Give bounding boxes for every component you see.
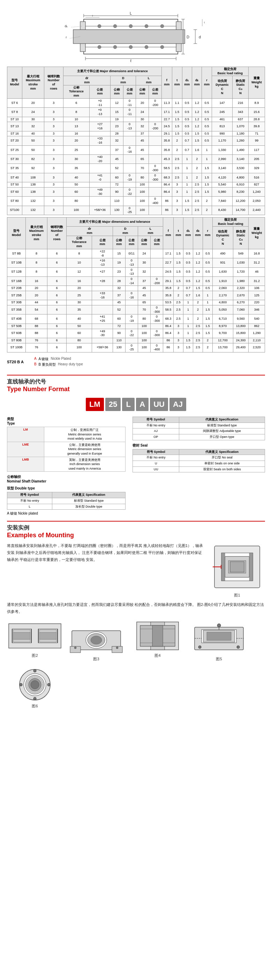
L-spec: 加长型 Double type — [52, 504, 125, 510]
note-A: A — [34, 356, 37, 361]
table2-row: ST 35B5463552700 -30058.52.5121.55,0507,… — [7, 305, 265, 315]
lme-row: LME 公制，主要是欧洲使用Metric dimension seriesgen… — [7, 442, 126, 457]
no-entry-spec: 标准型 Standard type — [52, 498, 125, 504]
table2-row: ST 12B8612+27230 -133224.51.50.51.20.51,… — [7, 267, 265, 277]
fig5-label: 图5 — [216, 657, 222, 662]
symbol-col: 符号 Symbol — [7, 492, 52, 498]
svg-text:f: f — [92, 14, 93, 18]
col-L: Lmm — [136, 76, 161, 85]
svg-point-14 — [161, 45, 164, 49]
lme-label: LME — [7, 442, 44, 457]
fig2-label: 图2 — [32, 653, 38, 658]
note-B-en: Heavy duty type — [58, 362, 83, 367]
col2-L-nom: 公称mm — [138, 235, 150, 249]
col2-weight: 重量Weightkg — [249, 218, 265, 249]
mounting-section: 安装实例 Examples of Mounting 将直线轴承安装到轴承座孔中，… — [7, 521, 265, 709]
fig4-label: 图4 — [154, 653, 161, 658]
col2-stroke: 最大行程Maximumstrokemm — [26, 218, 48, 249]
type-box-LM: LM — [86, 398, 104, 411]
mounting-title-cn: 安装实例 — [7, 524, 265, 532]
col2-f: fmm — [163, 218, 173, 249]
svg-rect-46 — [249, 553, 253, 581]
table1-row: ST 2050320+33 -16324535.820.71.50.51,170… — [7, 136, 265, 145]
figures-row: 图2 — [7, 620, 265, 709]
table1-row: ST 1030310193022.71.50.51.20.546163728.8 — [7, 117, 265, 122]
col2-d2: d₂mm — [193, 218, 203, 249]
svg-rect-45 — [221, 553, 225, 581]
sym-col1: 符号 Symbol — [133, 417, 179, 423]
L-sym: L — [7, 504, 52, 510]
svg-point-63 — [91, 636, 102, 644]
table2-row: ST 80B766801101008631.52.5212,70024,3002… — [7, 338, 265, 343]
col2-dr: drmm — [66, 227, 113, 235]
svg-point-82 — [237, 646, 240, 649]
col2-D-nom: 公称mm — [113, 235, 125, 249]
fig1-svg — [211, 542, 263, 591]
svg-point-11 — [113, 45, 117, 49]
col2-rows: 钢球列数Numberofrows — [48, 218, 67, 249]
technical-drawing: L ℓ D d d₁ r f t — [45, 7, 227, 63]
col2-d1: d₁mm — [183, 218, 193, 249]
table1-row: ST 1332313+27 +16230 -13320 -20024.51.50… — [7, 122, 265, 131]
no-entry-sym: 不标 No entry — [7, 498, 52, 504]
col-r: rmm — [202, 67, 212, 99]
table1-row: ST 60138360+49 -30900 -2210086.4312.51.5… — [7, 187, 265, 196]
svg-text:r: r — [66, 35, 67, 39]
type-box-AJ: AJ — [170, 398, 186, 411]
spec-col: 代表意义 Specification — [52, 492, 125, 498]
col-model: 型号Model — [7, 67, 22, 99]
col-rating: 额定负荷Basic load rating — [212, 67, 248, 76]
col-dynamic: 动负荷DynamicCN — [212, 76, 232, 98]
type-box-UU: UU — [150, 398, 168, 411]
svg-text:d₁: d₁ — [65, 24, 68, 28]
table1-row: ST 501383507210086.4312.51.55,5406,91082… — [7, 182, 265, 188]
mounting-text1: 将直线轴承安装到轴承座孔中，不要敲 打两端的挡圈（密封圈），而是用手将其 推入或… — [7, 542, 204, 598]
no-seal-spec: 开口型 No seal — [179, 455, 265, 461]
table2-row: ST 20B20620324535.820.71.50.52,0602,3201… — [7, 286, 265, 291]
lmb-desc: 英制，主要是美洲使用Inch dimension seriesused main… — [44, 457, 125, 472]
col2-rating: 额定负荷Basic load rating — [213, 218, 249, 227]
col2-D: Dmm — [113, 227, 138, 235]
type-desc-area: 类型Type LM 公制，亚洲应用广泛Metric dimension seri… — [7, 417, 265, 516]
col2-dimensions: 主要尺寸和公差 Major dimensions and tolerance — [66, 218, 163, 227]
AJ-row: AJ 间隙调整型 Adjustable type — [133, 428, 265, 434]
fig3-item: 图3 — [68, 620, 124, 662]
std-spec: 标准型 Standard type — [179, 423, 265, 428]
AJ-spec: 间隙调整型 Adjustable type — [179, 428, 265, 434]
col-dr: drmm — [64, 76, 111, 85]
seal-table: 符号 Symbol 代表意义 Specification 不标 No entry… — [132, 449, 265, 473]
fig5-item: 图5 — [191, 620, 247, 662]
svg-point-89 — [33, 697, 36, 700]
fig6-svg — [7, 667, 63, 702]
lmb-row: LMB 英制，主要是美洲使用Inch dimension seriesused … — [7, 457, 126, 472]
type-left-desc: 类型Type LM 公制，亚洲应用广泛Metric dimension seri… — [7, 417, 126, 516]
svg-point-10 — [98, 45, 101, 49]
U-sym: U — [133, 461, 179, 467]
fig6-label: 图6 — [32, 703, 38, 709]
type-right-desc: 符号 Symbol 代表意义 Specification 不标 No entry… — [132, 417, 265, 516]
svg-point-5 — [98, 24, 101, 28]
fig3-svg — [68, 620, 124, 655]
svg-point-65 — [116, 647, 118, 649]
svg-point-64 — [74, 647, 76, 649]
table2-row: ST 100B766100+58/+361300 -251000 -400863… — [7, 343, 265, 352]
col-L-tol: 公差mm — [148, 85, 161, 98]
nominal-shaft-label: 公称轴径Nominal Shaft Diameter — [7, 474, 126, 483]
table2-row: ST 8B868+22 -8150/112417.11.50.51.20.549… — [7, 249, 265, 258]
svg-point-88 — [33, 669, 36, 672]
col-D-tol: 公差mm — [123, 85, 136, 98]
OP-row: OP 开口型 Open type — [133, 434, 265, 440]
table1-row: ST 82438+0 -13150 -112417.11.50.51.20.52… — [7, 108, 265, 117]
svg-rect-78 — [207, 632, 231, 640]
svg-rect-69 — [153, 625, 163, 646]
double-type-area: 双型 Double type 符号 Symbol 代表意义 Specificat… — [7, 486, 126, 516]
fig3-label: 图3 — [93, 657, 99, 662]
fig5-svg — [191, 620, 247, 655]
fig4-svg — [130, 620, 186, 652]
U-spec: 单密封 Seals on one side — [179, 461, 265, 467]
svg-text:D: D — [186, 35, 189, 39]
OP-spec: 开口型 Open type — [179, 434, 265, 440]
lmb-label: LMB — [7, 457, 44, 472]
fig4-item: 图4 — [130, 620, 186, 662]
type-number-display: LM 25 L A UU AJ — [7, 398, 265, 411]
